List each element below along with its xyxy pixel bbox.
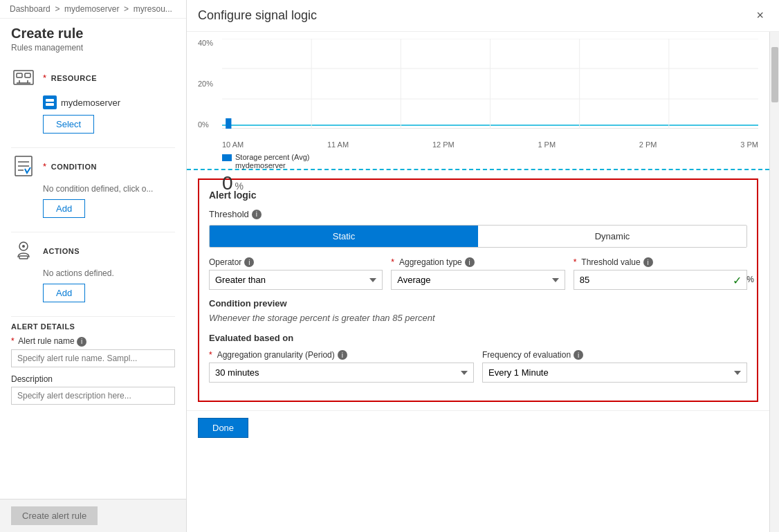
- breadcrumb: Dashboard > mydemoserver > myresou...: [0, 0, 186, 19]
- dynamic-button[interactable]: Dynamic: [478, 226, 746, 247]
- legend-line2: mydemoserver: [235, 161, 309, 169]
- y-label-0: 0%: [198, 120, 213, 129]
- modal-panel: Configure signal logic × 40% 20% 0%: [187, 0, 779, 532]
- condition-add-button[interactable]: Add: [43, 199, 85, 218]
- left-panel: Dashboard > mydemoserver > myresou... Cr…: [0, 0, 187, 532]
- server-name: mydemoserver: [61, 98, 120, 108]
- y-label-20: 20%: [198, 80, 213, 88]
- svg-rect-14: [19, 256, 28, 259]
- agg-type-select[interactable]: Average: [391, 270, 565, 290]
- alert-details-section: ALERT DETAILS * Alert rule name i Descri…: [11, 322, 175, 412]
- agg-type-info-icon: i: [465, 257, 475, 267]
- svg-rect-2: [25, 73, 30, 77]
- svg-rect-6: [46, 99, 54, 102]
- condition-icon: [11, 154, 36, 178]
- chart-y-labels: 40% 20% 0%: [198, 39, 213, 129]
- description-label: Description: [11, 374, 175, 384]
- alert-name-input[interactable]: [11, 349, 175, 367]
- freq-group: Frequency of evaluation i Every 1 Minute: [482, 350, 747, 383]
- modal-header: Configure signal logic ×: [187, 0, 779, 32]
- chart-value-number: 0: [222, 172, 233, 194]
- check-icon: ✓: [733, 273, 742, 286]
- chart-svg-container: [222, 39, 758, 139]
- x-label-2pm: 2 PM: [639, 140, 657, 149]
- x-label-12pm: 12 PM: [432, 140, 455, 149]
- legend-bar-icon: [222, 154, 232, 161]
- condition-note: No condition defined, click o...: [43, 184, 175, 194]
- resource-label: * RESOURCE: [43, 73, 97, 83]
- freq-label: Frequency of evaluation i: [482, 350, 747, 360]
- alert-name-info-icon: i: [77, 337, 86, 347]
- modal-title: Configure signal logic: [198, 8, 317, 23]
- threshold-value-input[interactable]: 85: [574, 270, 747, 290]
- modal-footer: Done: [187, 410, 769, 445]
- static-button[interactable]: Static: [210, 226, 478, 247]
- condition-preview-title: Condition preview: [209, 298, 747, 309]
- resource-section: * RESOURCE mydemoserver Select: [11, 65, 175, 134]
- threshold-label: Threshold i: [209, 209, 747, 219]
- evaluated-title: Evaluated based on: [209, 333, 747, 343]
- left-content: Create rule Rules management *: [0, 19, 186, 499]
- agg-granularity-select[interactable]: 30 minutes: [209, 363, 474, 383]
- breadcrumb-server[interactable]: mydemoserver: [64, 4, 119, 14]
- server-value: mydemoserver: [43, 95, 175, 109]
- select-button[interactable]: Select: [43, 115, 94, 134]
- breadcrumb-resource: myresou...: [134, 4, 172, 14]
- description-input[interactable]: [11, 387, 175, 405]
- legend-line1: Storage percent (Avg): [235, 153, 309, 161]
- evaluation-row: * Aggregation granularity (Period) i 30 …: [209, 350, 747, 383]
- svg-rect-25: [226, 118, 231, 129]
- operator-group: Operator i Greater than: [209, 257, 383, 290]
- operator-select[interactable]: Greater than: [209, 270, 383, 290]
- x-label-1pm: 1 PM: [538, 140, 556, 149]
- threshold-info-icon: i: [252, 210, 262, 219]
- operator-label: Operator i: [209, 257, 383, 267]
- x-label-10am: 10 AM: [222, 140, 244, 149]
- close-button[interactable]: ×: [752, 7, 768, 24]
- chart-value-display: 0 %: [222, 172, 758, 194]
- actions-icon: [11, 238, 36, 263]
- page-title: Create rule: [11, 26, 175, 42]
- chart-legend: Storage percent (Avg) mydemoserver: [222, 153, 758, 169]
- done-button[interactable]: Done: [198, 418, 248, 438]
- resource-icon: [11, 65, 36, 90]
- threshold-toggle[interactable]: Static Dynamic: [209, 225, 747, 248]
- svg-rect-1: [17, 73, 22, 77]
- alert-logic-section: Alert logic Threshold i Static Dynamic O…: [198, 178, 758, 402]
- svg-rect-7: [46, 103, 54, 106]
- actions-add-button[interactable]: Add: [43, 284, 85, 302]
- agg-type-label: * Aggregation type i: [391, 257, 565, 267]
- modal-body: 40% 20% 0%: [187, 32, 769, 532]
- operator-info-icon: i: [244, 257, 254, 267]
- modal-scrollbar[interactable]: [769, 32, 779, 532]
- threshold-val-info-icon: i: [643, 257, 653, 267]
- breadcrumb-dashboard[interactable]: Dashboard: [10, 4, 51, 14]
- freq-select[interactable]: Every 1 Minute: [482, 363, 747, 383]
- operator-row: Operator i Greater than * Aggregation ty…: [209, 257, 747, 290]
- alert-name-label: * Alert rule name i: [11, 336, 175, 347]
- create-alert-rule-button: Create alert rule: [11, 506, 98, 525]
- actions-note: No actions defined.: [43, 268, 175, 278]
- agg-granularity-label: * Aggregation granularity (Period) i: [209, 350, 474, 360]
- chart-area: 40% 20% 0%: [187, 32, 769, 170]
- agg-granularity-group: * Aggregation granularity (Period) i 30 …: [209, 350, 474, 383]
- chart-value-unit: %: [235, 181, 244, 192]
- x-label-11am: 11 AM: [327, 140, 349, 149]
- bottom-bar: Create alert rule: [0, 499, 186, 532]
- condition-preview-text: Whenever the storage percent is greater …: [209, 313, 747, 323]
- percent-symbol: %: [746, 275, 754, 284]
- y-label-40: 40%: [198, 39, 213, 47]
- actions-section: ACTIONS No actions defined. Add: [11, 238, 175, 302]
- chart-svg: [222, 39, 758, 129]
- agg-type-group: * Aggregation type i Average: [391, 257, 565, 290]
- threshold-value-label: * Threshold value i: [574, 257, 747, 267]
- actions-header: ACTIONS: [11, 238, 175, 263]
- agg-gran-info-icon: i: [338, 350, 347, 360]
- server-db-icon: [43, 95, 57, 109]
- actions-label: ACTIONS: [43, 246, 80, 256]
- page-subtitle: Rules management: [11, 43, 175, 53]
- x-label-3pm: 3 PM: [740, 140, 758, 149]
- svg-point-13: [22, 245, 25, 248]
- scrollbar-thumb[interactable]: [771, 47, 778, 102]
- condition-header: * CONDITION: [11, 154, 175, 178]
